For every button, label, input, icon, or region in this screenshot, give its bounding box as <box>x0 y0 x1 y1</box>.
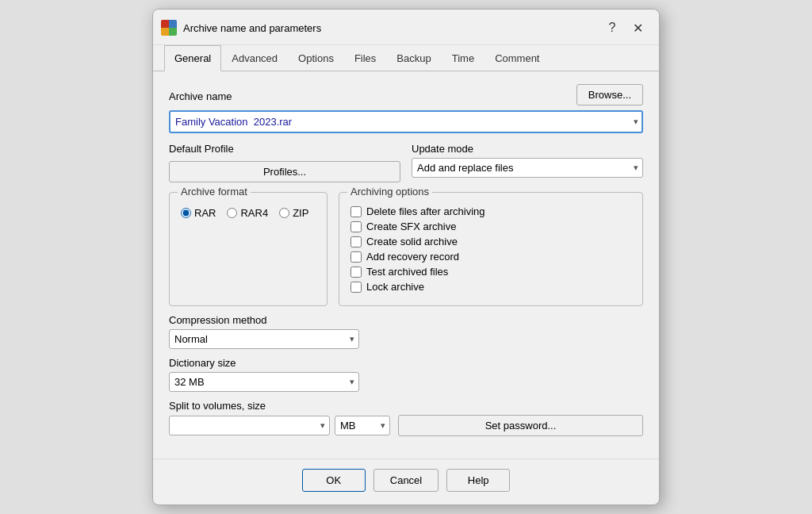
split-value-wrapper: ▾ <box>169 416 330 435</box>
split-unit-wrapper: B KB MB GB ▾ <box>335 416 390 435</box>
compression-label: Compression method <box>169 314 643 326</box>
dictionary-select[interactable]: 128 KB 256 KB 512 KB 1 MB 2 MB 4 MB 8 MB… <box>169 372 359 392</box>
archive-name-input[interactable] <box>169 110 643 133</box>
tab-comment[interactable]: Comment <box>485 45 550 71</box>
dictionary-size-row: Dictionary size 128 KB 256 KB 512 KB 1 M… <box>169 357 643 392</box>
tab-options[interactable]: Options <box>288 45 344 71</box>
split-label: Split to volumes, size <box>169 400 643 412</box>
compression-method-row: Compression method Store Fastest Fast No… <box>169 314 643 349</box>
archiving-options-list: Delete files after archiving Create SFX … <box>350 205 631 293</box>
archive-name-label: Archive name <box>169 90 232 102</box>
title-bar: Archive name and parameters ? ✕ <box>153 10 659 45</box>
help-footer-button[interactable]: Help <box>446 469 510 492</box>
profile-update-row: Default Profile Profiles... Update mode … <box>169 143 643 182</box>
split-bottom-row: ▾ B KB MB GB ▾ Set password... <box>169 415 643 436</box>
tab-backup[interactable]: Backup <box>386 45 441 71</box>
close-button[interactable]: ✕ <box>627 17 648 38</box>
archiving-options-box: Archiving options Delete files after arc… <box>339 192 643 306</box>
browse-button[interactable]: Browse... <box>576 84 643 105</box>
tabs-bar: General Advanced Options Files Backup Ti… <box>153 45 659 71</box>
update-mode-label: Update mode <box>412 143 643 155</box>
dictionary-label: Dictionary size <box>169 357 643 369</box>
split-inputs: ▾ B KB MB GB ▾ <box>169 416 390 435</box>
archive-dialog: Archive name and parameters ? ✕ General … <box>152 9 660 505</box>
dialog-title: Archive name and parameters <box>183 22 321 34</box>
checkbox-recovery[interactable]: Add recovery record <box>350 251 631 263</box>
update-mode-select-wrapper: Add and replace files Add and update fil… <box>412 158 643 178</box>
checkbox-lock[interactable]: Lock archive <box>350 281 631 293</box>
profiles-button[interactable]: Profiles... <box>169 161 400 182</box>
ok-button[interactable]: OK <box>302 469 366 492</box>
tab-advanced[interactable]: Advanced <box>221 45 288 71</box>
compression-select-wrapper: Store Fastest Fast Normal Good Best ▾ <box>169 329 359 349</box>
split-password-row: Split to volumes, size ▾ B KB MB <box>169 400 643 436</box>
update-mode-select[interactable]: Add and replace files Add and update fil… <box>412 158 643 178</box>
checkbox-test[interactable]: Test archived files <box>350 266 631 278</box>
split-value-select[interactable] <box>169 416 330 435</box>
archive-format-box: Archive format RAR RAR4 ZIP <box>169 192 327 306</box>
archiving-options-legend: Archiving options <box>347 186 432 198</box>
tab-files[interactable]: Files <box>344 45 386 71</box>
split-unit-select[interactable]: B KB MB GB <box>335 416 390 435</box>
checkbox-delete-files[interactable]: Delete files after archiving <box>350 205 631 217</box>
cancel-button[interactable]: Cancel <box>373 469 439 492</box>
archive-format-radio-group: RAR RAR4 ZIP <box>181 207 316 219</box>
archive-name-section: Archive name Browse... <box>169 84 643 105</box>
tab-time[interactable]: Time <box>442 45 485 71</box>
format-options-row: Archive format RAR RAR4 ZIP Archiving op… <box>169 192 643 306</box>
title-bar-left: Archive name and parameters <box>161 20 321 36</box>
checkbox-solid[interactable]: Create solid archive <box>350 236 631 247</box>
archive-name-field-wrapper: ▾ <box>169 110 643 133</box>
radio-rar4[interactable]: RAR4 <box>227 207 268 219</box>
tab-general[interactable]: General <box>164 45 221 71</box>
checkbox-sfx[interactable]: Create SFX archive <box>350 221 631 232</box>
radio-rar[interactable]: RAR <box>181 207 216 219</box>
set-password-button[interactable]: Set password... <box>398 415 643 436</box>
winrar-icon <box>161 20 177 36</box>
radio-zip[interactable]: ZIP <box>279 207 308 219</box>
dictionary-select-wrapper: 128 KB 256 KB 512 KB 1 MB 2 MB 4 MB 8 MB… <box>169 372 359 392</box>
title-bar-controls: ? ✕ <box>602 17 648 38</box>
update-col: Update mode Add and replace files Add an… <box>412 143 643 182</box>
archive-format-legend: Archive format <box>178 186 251 198</box>
tab-content: Archive name Browse... ▾ Default Profile… <box>153 71 659 458</box>
compression-select[interactable]: Store Fastest Fast Normal Good Best <box>169 329 359 349</box>
profile-col: Default Profile Profiles... <box>169 143 400 182</box>
help-button[interactable]: ? <box>602 17 622 38</box>
dialog-footer: OK Cancel Help <box>153 458 659 504</box>
default-profile-label: Default Profile <box>169 143 400 155</box>
